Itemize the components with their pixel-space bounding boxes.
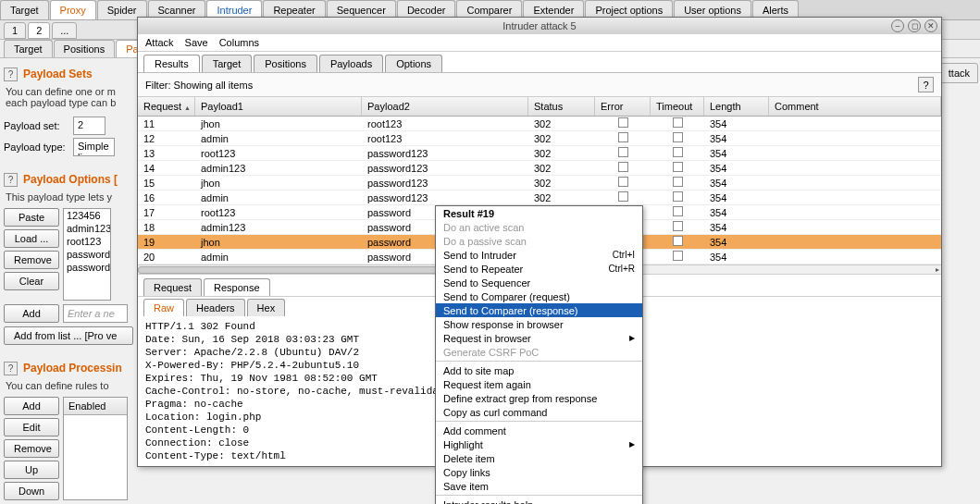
table-row[interactable]: 13root123password123302354 [138, 146, 941, 161]
context-menu-item[interactable]: Copy links [436, 465, 642, 479]
context-menu-item[interactable]: Send to Sequencer [436, 276, 642, 289]
context-menu-item[interactable]: Delete item [436, 451, 642, 465]
proc-down-button[interactable]: Down [4, 482, 59, 500]
attack-tab-options[interactable]: Options [385, 55, 442, 72]
attack-tab-payloads[interactable]: Payloads [319, 55, 383, 72]
list-item[interactable]: password [64, 261, 110, 274]
checkbox[interactable] [673, 117, 683, 128]
checkbox[interactable] [673, 191, 683, 202]
checkbox[interactable] [673, 251, 683, 261]
context-menu-item[interactable]: Save item [436, 479, 642, 493]
view-tab-hex[interactable]: Hex [247, 299, 286, 316]
proc-edit-button[interactable]: Edit [4, 418, 59, 436]
close-icon[interactable]: ✕ [924, 19, 937, 32]
table-header[interactable]: Request▲Payload1Payload2StatusErrorTimeo… [138, 97, 941, 117]
minimize-icon[interactable]: – [891, 19, 904, 32]
list-item[interactable]: 123456 [64, 209, 110, 222]
context-menu-item[interactable]: Send to Comparer (response) [436, 303, 642, 317]
help-icon[interactable]: ? [918, 77, 934, 92]
context-menu-item[interactable]: Request item again [436, 377, 642, 391]
col-timeout[interactable]: Timeout [651, 97, 704, 116]
context-menu-item[interactable]: Intruder results help [436, 498, 642, 504]
col-payload2[interactable]: Payload2 [362, 97, 528, 116]
checkbox[interactable] [618, 132, 628, 142]
checkbox[interactable] [618, 147, 628, 157]
paste-button[interactable]: Paste [4, 208, 59, 227]
view-tab-raw[interactable]: Raw [143, 299, 184, 316]
table-row[interactable]: 12adminroot123302354 [138, 131, 941, 146]
help-icon[interactable]: ? [4, 362, 18, 375]
proc-remove-button[interactable]: Remove [4, 439, 59, 458]
add-item-input[interactable] [63, 304, 128, 323]
attack-tab-results[interactable]: Results [143, 55, 200, 72]
checkbox[interactable] [673, 162, 683, 172]
session-tab-2[interactable]: 2 [28, 22, 50, 39]
menu-save[interactable]: Save [185, 37, 208, 48]
checkbox[interactable] [673, 177, 683, 187]
context-menu-item[interactable]: Send to IntruderCtrl+I [436, 248, 642, 262]
context-menu-item[interactable]: Add to site map [436, 363, 642, 377]
add-from-list-button[interactable]: Add from list ... [Pro ve [4, 326, 133, 345]
menu-attack[interactable]: Attack [145, 37, 174, 48]
main-tab-target[interactable]: Target [0, 0, 49, 19]
main-tab-proxy[interactable]: Proxy [50, 0, 96, 19]
payload-processing-hint: You can define rules to [4, 378, 144, 397]
view-tab-headers[interactable]: Headers [186, 299, 245, 316]
sub-tab-target[interactable]: Target [4, 40, 53, 57]
context-menu-item[interactable]: Add comment [436, 424, 642, 437]
rr-tab-request[interactable]: Request [143, 278, 202, 296]
attack-tab-positions[interactable]: Positions [254, 55, 317, 72]
menu-columns[interactable]: Columns [219, 37, 259, 48]
context-menu-item[interactable]: Show response in browser [436, 317, 642, 331]
payload-set-select[interactable]: 2 [73, 117, 105, 135]
proc-add-button[interactable]: Add [4, 397, 59, 415]
add-button[interactable]: Add [4, 304, 59, 323]
table-row[interactable]: 14admin123password123302354 [138, 161, 941, 176]
col-comment[interactable]: Comment [769, 97, 941, 116]
list-item[interactable]: password1 [64, 248, 110, 261]
help-icon[interactable]: ? [4, 68, 18, 81]
help-icon[interactable]: ? [4, 173, 18, 187]
table-row[interactable]: 16adminpassword123302354 [138, 191, 941, 205]
context-menu-item[interactable]: Request in browser▶ [436, 331, 642, 345]
payload-sets-title: Payload Sets [21, 64, 94, 84]
checkbox[interactable] [673, 221, 683, 231]
clear-button[interactable]: Clear [4, 272, 59, 290]
maximize-icon[interactable]: ◻ [908, 19, 921, 32]
col-length[interactable]: Length [704, 97, 769, 116]
payload-type-select[interactable]: Simple li [73, 138, 115, 156]
list-item[interactable]: admin123 [64, 222, 110, 235]
col-payload1[interactable]: Payload1 [195, 97, 362, 116]
col-request[interactable]: Request▲ [138, 97, 195, 116]
checkbox[interactable] [618, 162, 628, 172]
context-menu-item[interactable]: Copy as curl command [436, 405, 642, 419]
sub-tab-positions[interactable]: Positions [54, 40, 116, 57]
window-titlebar[interactable]: Intruder attack 5 – ◻ ✕ [138, 18, 941, 34]
proc-up-button[interactable]: Up [4, 461, 59, 479]
start-attack-tab[interactable]: ttack [940, 63, 978, 83]
checkbox[interactable] [673, 236, 683, 246]
checkbox[interactable] [673, 132, 683, 142]
col-error[interactable]: Error [595, 97, 651, 116]
payload-list[interactable]: 123456admin123root123password1password [63, 208, 111, 301]
context-menu-item[interactable]: Send to RepeaterCtrl+R [436, 262, 642, 276]
table-row[interactable]: 15jhonpassword123302354 [138, 176, 941, 191]
checkbox[interactable] [673, 206, 683, 216]
attack-tab-target[interactable]: Target [202, 55, 253, 72]
col-status[interactable]: Status [528, 97, 595, 116]
list-item[interactable]: root123 [64, 235, 110, 248]
checkbox[interactable] [673, 147, 683, 157]
context-menu-item[interactable]: Send to Comparer (request) [436, 289, 642, 303]
context-menu-item[interactable]: Highlight▶ [436, 437, 642, 451]
rr-tab-response[interactable]: Response [204, 278, 270, 296]
filter-label[interactable]: Filter: Showing all items [145, 80, 253, 91]
session-tab-...[interactable]: ... [52, 22, 77, 39]
checkbox[interactable] [618, 117, 628, 128]
checkbox[interactable] [618, 191, 628, 202]
context-menu-item[interactable]: Define extract grep from response [436, 391, 642, 405]
remove-button[interactable]: Remove [4, 251, 59, 269]
checkbox[interactable] [618, 177, 628, 187]
load-button[interactable]: Load ... [4, 229, 59, 248]
session-tab-1[interactable]: 1 [4, 22, 26, 39]
table-row[interactable]: 11jhonroot123302354 [138, 117, 941, 131]
